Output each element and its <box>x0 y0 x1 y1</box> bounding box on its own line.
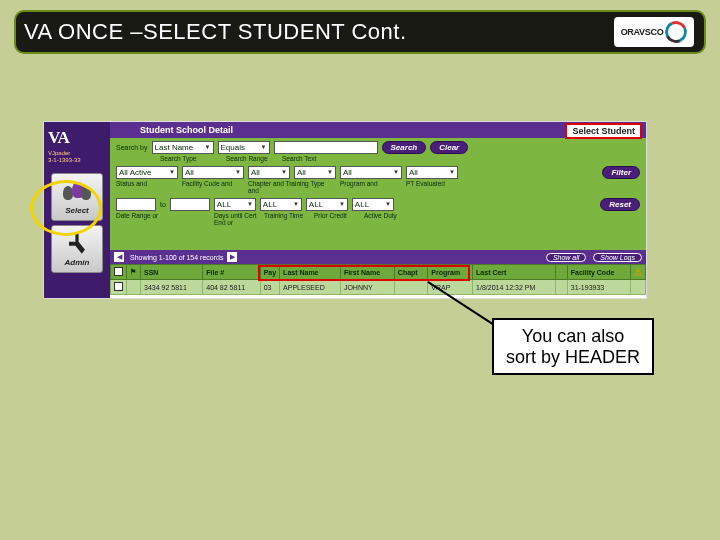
pager-prev-icon[interactable]: ◀ <box>114 252 124 262</box>
hdr-first-name[interactable]: First Name <box>340 265 394 280</box>
chapter-select[interactable]: All <box>248 166 290 179</box>
hdr-last-cert[interactable]: Last Cert <box>473 265 556 280</box>
search-type-select[interactable]: Last Name <box>152 141 214 154</box>
hdr-program[interactable]: Program <box>428 265 473 280</box>
annotation-callout: You can also sort by HEADER <box>492 318 654 375</box>
select-student-flag[interactable]: Select Student <box>565 123 642 139</box>
training-type-select[interactable]: All <box>294 166 336 179</box>
filter-panel: Select Student Search by Last Name Equal… <box>110 138 646 250</box>
row-checkbox[interactable] <box>114 282 123 291</box>
hdr-flag[interactable]: ⚑ <box>127 265 141 280</box>
sidebar-admin-button[interactable]: Admin <box>51 225 103 273</box>
people-icon <box>63 180 91 204</box>
training-time-select[interactable]: ALL <box>260 198 302 211</box>
sidebar-select-button[interactable]: Select <box>51 173 103 221</box>
show-all-button[interactable]: Show all <box>546 253 586 262</box>
warning-icon: ⚠ <box>634 267 642 277</box>
search-button[interactable]: Search <box>382 141 427 154</box>
search-range-select[interactable]: Equals <box>218 141 270 154</box>
search-by-label: Search by <box>116 144 148 151</box>
active-duty-select[interactable]: ALL <box>352 198 394 211</box>
hdr-warn[interactable]: ⚠ <box>631 265 646 280</box>
sidebar-meta: VJpader 3-1-1393-33 <box>44 148 110 169</box>
hdr-file[interactable]: File # <box>203 265 260 280</box>
results-table: ⚑ SSN File # Pay Last Name First Name Ch… <box>110 264 646 295</box>
pt-eval-select[interactable]: All <box>406 166 458 179</box>
app-logo: VA <box>44 126 110 148</box>
slide-title: VA ONCE –SELECT STUDENT Cont. <box>24 19 407 45</box>
clear-button[interactable]: Clear <box>430 141 468 154</box>
prior-credit-select[interactable]: ALL <box>306 198 348 211</box>
reset-button[interactable]: Reset <box>600 198 640 211</box>
pager-next-icon[interactable]: ▶ <box>227 252 237 262</box>
main-panel: Student School Detail Select Student Sea… <box>110 122 646 298</box>
table-row[interactable]: 3434 92 5811 404 82 5811 03 APPLESEED JO… <box>111 280 646 295</box>
hdr-pay[interactable]: Pay <box>260 265 279 280</box>
hdr-chapt[interactable]: Chapt <box>394 265 428 280</box>
oravsco-logo: ORAVSCO <box>614 17 694 47</box>
program-select[interactable]: All <box>340 166 402 179</box>
results-pager: ◀ Showing 1-100 of 154 records ▶ Show al… <box>110 250 646 264</box>
hdr-last-name[interactable]: Last Name <box>280 265 341 280</box>
hdr-checkbox[interactable] <box>111 265 127 280</box>
date-to-input[interactable] <box>170 198 210 211</box>
wrench-icon <box>63 232 91 256</box>
hdr-ssn[interactable]: SSN <box>141 265 203 280</box>
pager-status: Showing 1-100 of 154 records <box>130 254 223 261</box>
slide-title-bar: VA ONCE –SELECT STUDENT Cont. ORAVSCO <box>14 10 706 54</box>
search-text-input[interactable] <box>274 141 378 154</box>
facility-select[interactable]: All <box>182 166 244 179</box>
show-logs-button[interactable]: Show Logs <box>593 253 642 262</box>
logo-ring-icon <box>662 18 690 46</box>
days-select[interactable]: ALL <box>214 198 256 211</box>
date-from-input[interactable] <box>116 198 156 211</box>
status-select[interactable]: All Active <box>116 166 178 179</box>
table-header-row: ⚑ SSN File # Pay Last Name First Name Ch… <box>111 265 646 280</box>
hdr-facility[interactable]: Facility Code <box>567 265 630 280</box>
vaonce-screenshot: VA VJpader 3-1-1393-33 Select Admin Stud… <box>44 122 646 298</box>
sidebar: VA VJpader 3-1-1393-33 Select Admin <box>44 122 110 298</box>
hdr-blank[interactable] <box>555 265 567 280</box>
filter-button[interactable]: Filter <box>602 166 640 179</box>
